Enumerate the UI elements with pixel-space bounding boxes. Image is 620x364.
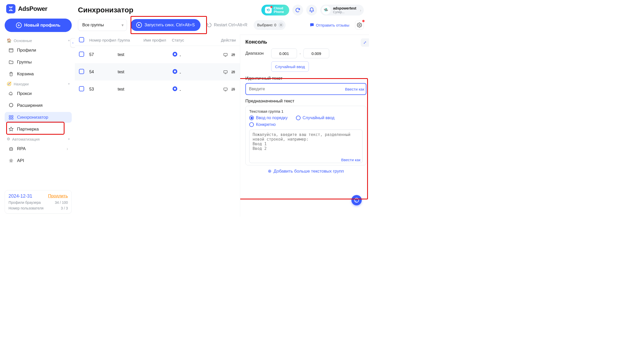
start-sync-button[interactable]: Запустить синх. Ctrl+Alt+S — [131, 19, 200, 31]
panel-expand-button[interactable]: ⤢ — [361, 38, 369, 47]
select-all-checkbox[interactable] — [79, 37, 84, 42]
svg-point-25 — [233, 88, 234, 89]
sidebar-collapse-button[interactable]: ‹ — [70, 38, 75, 47]
app-logo[interactable]: AdsPower — [5, 4, 72, 13]
sidebar: AdsPower + Новый профиль 🏠 Основные ▾ Пр… — [0, 0, 75, 217]
sync-refresh-button[interactable] — [292, 5, 303, 15]
display-icon[interactable] — [223, 52, 228, 57]
svg-rect-0 — [9, 48, 13, 52]
plus-icon: + — [16, 22, 22, 28]
avatar-icon: 🛸 — [322, 6, 331, 14]
sidebar-item-profiles[interactable]: Профили — [5, 45, 72, 56]
identical-text-title: Идентичный текст — [245, 76, 366, 81]
col-group[interactable]: Группа — [118, 38, 143, 42]
support-fab-button[interactable] — [351, 195, 362, 205]
sidebar-item-groups[interactable]: Группы — [5, 57, 72, 68]
table-row[interactable]: 53 test - — [75, 80, 240, 98]
automation-icon: ⚙ — [7, 137, 10, 141]
profiles-table: Номер профил Группа Имя профил Статус Де… — [75, 35, 240, 217]
svg-point-13 — [233, 54, 234, 55]
svg-rect-23 — [224, 88, 227, 90]
col-number[interactable]: Номер профил — [89, 38, 118, 42]
table-row[interactable]: 54 test - — [75, 63, 240, 80]
designated-text-title: Предназначенный текст — [245, 99, 366, 104]
notifications-button[interactable] — [306, 5, 317, 15]
enter-as-link[interactable]: Ввести как — [345, 83, 364, 95]
radio-concrete[interactable]: Конкретно — [249, 122, 276, 127]
chevron-down-icon: ▾ — [68, 39, 70, 42]
clear-selection-button[interactable]: ✕ — [278, 22, 284, 28]
sidebar-item-rpa[interactable]: RPA › — [5, 143, 72, 154]
textarea-enter-as-link[interactable]: Ввести как — [249, 158, 363, 162]
svg-rect-2 — [12, 116, 13, 117]
col-actions: Действи — [215, 38, 236, 42]
range-label: Диапазон — [245, 51, 269, 56]
col-name[interactable]: Имя профил — [143, 38, 172, 42]
svg-point-12 — [232, 55, 232, 56]
extend-link[interactable]: Продлить — [48, 193, 68, 199]
profile-icon — [8, 47, 14, 53]
trash-icon — [8, 71, 14, 77]
browser-chrome-icon — [172, 68, 178, 75]
user-name: adspowertest — [333, 6, 356, 10]
folder-icon — [8, 59, 14, 65]
svg-point-19 — [233, 71, 234, 72]
nav-section-automation[interactable]: ⚙ Автоматизация ▾ — [5, 135, 72, 143]
chevron-down-icon: ▾ — [68, 82, 70, 86]
settings-button[interactable] — [355, 21, 364, 29]
cloud-phone-icon: ⟲ — [265, 7, 272, 13]
range-from-input[interactable] — [271, 48, 297, 58]
svg-point-7 — [12, 149, 12, 149]
restart-button[interactable]: Restart Ctrl+Alt+R — [204, 19, 250, 31]
col-status[interactable]: Статус — [172, 38, 215, 42]
svg-point-22 — [174, 88, 176, 90]
subscription-card: 2024-12-31 Продлить Профили браузера 34 … — [5, 190, 72, 214]
puzzle-icon — [8, 103, 14, 108]
sidebar-item-proxy[interactable]: Прокси — [5, 88, 72, 99]
identical-input-wrap: Ввести как — [245, 83, 366, 95]
row-checkbox[interactable] — [79, 52, 84, 57]
random-input-button[interactable]: Случайный ввод — [271, 61, 309, 72]
svg-point-24 — [232, 90, 232, 90]
sliders-icon[interactable] — [231, 87, 236, 92]
new-profile-button[interactable]: + Новый профиль — [5, 19, 72, 32]
nav-section-finds[interactable]: 🧭 Находки ▾ — [5, 80, 72, 88]
new-profile-label: Новый профиль — [24, 23, 60, 28]
table-header: Номер профил Группа Имя профил Статус Де… — [75, 35, 240, 46]
sidebar-item-trash[interactable]: Корзина — [5, 69, 72, 79]
range-to-input[interactable] — [303, 48, 329, 58]
cloud-phone-button[interactable]: ⟲ Cloud Phone — [261, 5, 289, 15]
notification-dot-icon — [362, 20, 365, 22]
radio-order[interactable]: Ввод по порядку — [249, 116, 288, 120]
user-menu[interactable]: 🛸 adspowertest Супер... › — [320, 5, 364, 15]
svg-rect-1 — [9, 116, 11, 117]
display-icon[interactable] — [223, 87, 228, 92]
row-checkbox[interactable] — [79, 69, 84, 74]
group-filter-dropdown[interactable]: Все группы — [78, 19, 127, 31]
stat-users-value: 3 / 3 — [61, 206, 68, 210]
user-plan: Супер... — [333, 10, 356, 14]
sidebar-item-synchronizer[interactable]: Синхронизатор — [5, 112, 72, 123]
console-panel: ⤢ Консоль Диапазон - Случайный ввод Иден… — [240, 35, 369, 217]
svg-rect-11 — [224, 53, 227, 55]
nav-section-main[interactable]: 🏠 Основные ▾ — [5, 37, 72, 44]
play-icon — [136, 22, 142, 28]
svg-point-26 — [234, 89, 235, 90]
table-row[interactable]: 57 test - — [75, 46, 240, 63]
sidebar-item-api[interactable]: API — [5, 155, 72, 166]
sidebar-item-partner[interactable]: Партнерка — [5, 124, 72, 135]
sidebar-item-extensions[interactable]: Расширения — [5, 100, 72, 111]
svg-point-14 — [234, 54, 235, 55]
svg-point-27 — [355, 198, 359, 203]
toolbar: Все группы Запустить синх. Ctrl+Alt+S Re… — [75, 17, 369, 35]
sliders-icon[interactable] — [231, 52, 236, 57]
add-text-group-button[interactable]: ⊕ Добавить больше текстовых групп — [245, 168, 366, 174]
display-icon[interactable] — [223, 69, 228, 75]
sliders-icon[interactable] — [231, 69, 236, 75]
radio-random[interactable]: Случайный ввод — [296, 116, 334, 120]
svg-point-8 — [359, 25, 360, 26]
radio-dot-icon — [249, 116, 254, 120]
row-checkbox[interactable] — [79, 86, 84, 91]
feedback-link[interactable]: Отправить отзывы — [310, 23, 349, 27]
stat-users-label: Номер пользователя — [9, 206, 44, 210]
